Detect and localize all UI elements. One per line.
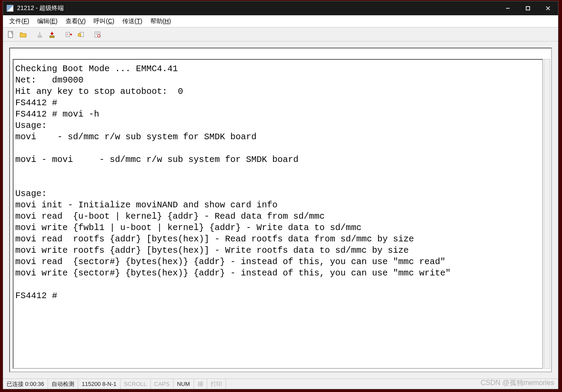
menu-call[interactable]: 呼叫(C) — [90, 17, 118, 26]
connect-icon — [36, 31, 44, 38]
svg-rect-1 — [526, 7, 530, 10]
menu-edit[interactable]: 编辑(E) — [34, 17, 61, 26]
properties-button[interactable] — [92, 29, 103, 40]
disconnect-button[interactable] — [47, 29, 57, 40]
window-controls — [498, 1, 558, 15]
window-title: 21212 - 超级终端 — [17, 4, 498, 12]
open-folder-icon — [19, 31, 27, 38]
status-print: 打印 — [207, 379, 226, 389]
app-window: 21212 - 超级终端 文件(F) 编辑(E) 查看(V) 呼叫(C) 传送(… — [3, 1, 559, 389]
open-button[interactable] — [18, 29, 28, 40]
app-icon — [7, 5, 14, 12]
svg-rect-6 — [50, 36, 54, 38]
send-icon: ≡ — [65, 31, 73, 38]
title-bar: 21212 - 超级终端 — [3, 1, 558, 15]
status-connection: 已连接 0:00:36 — [3, 379, 48, 389]
receive-button[interactable] — [76, 29, 86, 40]
send-button[interactable]: ≡ — [63, 29, 74, 40]
terminal-pane[interactable]: Checking Boot Mode ... EMMC4.41 Net: dm9… — [13, 59, 543, 369]
menu-file[interactable]: 文件(F) — [6, 17, 33, 26]
minimize-button[interactable] — [498, 1, 518, 15]
receive-icon — [77, 31, 85, 38]
status-caps: CAPS — [151, 379, 173, 389]
maximize-button[interactable] — [518, 1, 538, 15]
toolbar: ≡ — [3, 28, 558, 41]
terminal-output: Checking Boot Mode ... EMMC4.41 Net: dm9… — [15, 63, 541, 302]
properties-icon — [94, 31, 101, 38]
status-num: NUM — [173, 379, 194, 389]
content-frame: Checking Boot Mode ... EMMC4.41 Net: dm9… — [9, 48, 552, 372]
connect-button[interactable] — [35, 29, 45, 40]
menu-view[interactable]: 查看(V) — [62, 17, 90, 26]
vertical-scrollbar[interactable] — [544, 59, 550, 369]
menu-help[interactable]: 帮助(H) — [147, 17, 174, 26]
status-port: 115200 8-N-1 — [78, 379, 121, 389]
disconnect-icon — [48, 31, 56, 38]
status-autodetect: 自动检测 — [48, 379, 78, 389]
menu-transfer[interactable]: 传送(T) — [119, 17, 146, 26]
svg-rect-5 — [38, 36, 42, 38]
svg-text:≡: ≡ — [67, 33, 69, 36]
menu-bar: 文件(F) 编辑(E) 查看(V) 呼叫(C) 传送(T) 帮助(H) — [3, 15, 558, 28]
new-file-icon — [7, 31, 15, 38]
new-file-button[interactable] — [6, 29, 16, 40]
status-bar: 已连接 0:00:36 自动检测 115200 8-N-1 SCROLL CAP… — [3, 378, 558, 389]
status-capture: 捕 — [194, 379, 207, 389]
close-button[interactable] — [538, 1, 558, 15]
status-scroll: SCROLL — [121, 379, 151, 389]
svg-rect-10 — [78, 34, 81, 36]
